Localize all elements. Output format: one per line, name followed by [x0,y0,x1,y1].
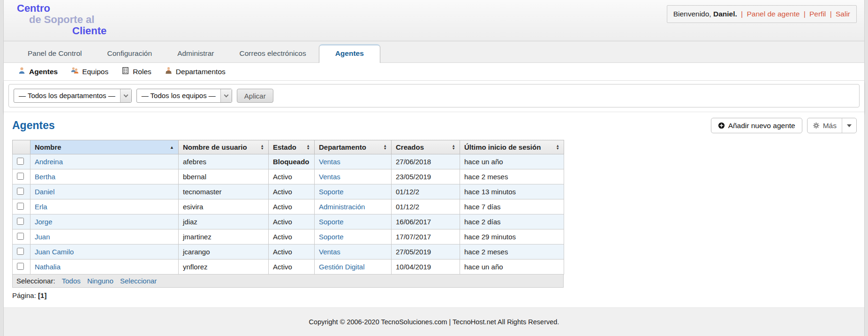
department-link[interactable]: Ventas [319,173,340,181]
agent-status: Activo [273,263,292,271]
sort-asc-icon: ▲ [168,145,174,150]
row-checkbox[interactable] [17,218,24,225]
header-actions: Añadir nuevo agente Más [711,118,857,133]
tab-configuracion[interactable]: Configuración [94,45,165,62]
department-link[interactable]: Soporte [319,233,344,241]
profile-link[interactable]: Perfil [809,10,826,18]
department-cell: Ventas [315,244,392,260]
welcome-greeting: Bienvenido, [673,10,711,18]
department-cell: Soporte [315,229,392,244]
name-cell: Bertha [30,169,179,184]
agent-name-link[interactable]: Bertha [35,173,55,181]
agent-name-link[interactable]: Juan [35,233,50,241]
username-cell: jdiaz [179,214,269,229]
agent-name-link[interactable]: Juan Camilo [35,248,74,256]
department-link[interactable]: Ventas [319,158,340,166]
agent-username: jcarango [183,248,210,256]
last-login-cell: hace un año [460,260,564,275]
tab-correos-electronicos[interactable]: Correos electrónicos [227,45,319,62]
name-cell: Nathalia [30,260,179,275]
more-button-main[interactable]: Más [808,122,842,130]
team-filter-select[interactable]: — Todos los equipos — [136,89,232,103]
row-checkbox-cell [13,199,30,214]
tab-administrar[interactable]: Administrar [165,45,226,62]
last-login: hace 2 meses [464,173,508,181]
more-button[interactable]: Más [807,118,857,133]
page-container: Centro de Soporte al Cliente Bienvenido,… [3,0,865,336]
column-header-usuario[interactable]: Nombre de usuario ▲▼ [179,140,269,154]
sort-icon: ▲▼ [382,145,387,150]
table-row: ErlaesiviraActivoAdministración01/12/2ha… [13,199,564,214]
last-login-cell: hace 13 minutos [460,184,564,199]
select-none-link[interactable]: Ninguno [87,277,113,285]
subnav-item-agentes[interactable]: Agentes [18,67,58,76]
department-link[interactable]: Ventas [319,248,340,256]
apply-button[interactable]: Aplicar [237,89,273,103]
select-all-link[interactable]: Todos [62,277,81,285]
tab-panel-de-control[interactable]: Panel de Control [15,45,94,62]
logo-line-3: Cliente [17,25,864,37]
pagination-label: Página: [12,291,36,299]
agent-name-link[interactable]: Erla [35,203,47,211]
created-cell: 27/06/2018 [392,154,460,169]
agent-username: esivira [183,203,203,211]
logout-link[interactable]: Salir [836,10,850,18]
column-header-departamento[interactable]: Departamento ▲▼ [315,140,392,154]
subnav-item-departamentos[interactable]: Departamentos [165,67,226,76]
tab-agentes[interactable]: Agentes [319,44,380,63]
agent-name-link[interactable]: Nathalia [35,263,60,271]
row-checkbox-cell [13,214,30,229]
last-login: hace 2 meses [464,248,508,256]
row-checkbox[interactable] [17,233,24,240]
department-link[interactable]: Gestión Digital [319,263,365,271]
header-checkbox-cell [13,140,30,154]
row-checkbox[interactable] [17,248,24,255]
column-header-ultimo-inicio[interactable]: Último inicio de sesión ▲▼ [460,140,564,154]
row-checkbox[interactable] [17,203,24,210]
column-header-creados[interactable]: Creados ▲▼ [392,140,460,154]
subnav-item-roles[interactable]: Roles [121,67,151,76]
department-filter-select[interactable]: — Todos los departamentos — [14,89,132,103]
subnav-label: Agentes [29,68,58,76]
row-checkbox-cell [13,244,30,260]
column-label: Nombre de usuario [183,143,247,151]
name-cell: Juan [30,229,179,244]
row-checkbox-cell [13,169,30,184]
row-checkbox[interactable] [17,188,24,195]
row-checkbox[interactable] [17,263,24,270]
department-link[interactable]: Soporte [319,188,344,196]
created-date: 01/12/2 [396,188,419,196]
last-login-cell: hace 2 meses [460,169,564,184]
column-header-estado[interactable]: Estado ▲▼ [269,140,315,154]
select-toggle-link[interactable]: Seleccionar [120,277,157,285]
column-header-nombre[interactable]: Nombre ▲ [30,140,179,154]
sub-nav: Agentes Equipos Roles Departamentos [4,63,864,81]
department-link[interactable]: Administración [319,203,365,211]
add-agent-button[interactable]: Añadir nuevo agente [711,118,802,133]
username-cell: ynflorez [179,260,269,275]
agent-name-link[interactable]: Andreina [35,158,63,166]
subnav-item-equipos[interactable]: Equipos [71,67,108,76]
status-cell: Activo [269,214,315,229]
agent-panel-link[interactable]: Panel de agente [747,10,800,18]
username-cell: afebres [179,154,269,169]
table-row: Juan CamilojcarangoActivoVentas27/05/201… [13,244,564,260]
agents-table-body: AndreinaafebresBloqueadoVentas27/06/2018… [13,154,564,275]
sort-icon: ▲▼ [259,145,264,150]
agent-name-link[interactable]: Daniel [35,188,55,196]
chevron-down-icon [120,89,131,102]
last-login-cell: hace 29 minutos [460,229,564,244]
created-date: 27/05/2019 [396,248,431,256]
status-cell: Activo [269,184,315,199]
name-cell: Jorge [30,214,179,229]
chevron-down-icon [220,89,232,102]
row-checkbox[interactable] [17,173,24,180]
subnav-label: Equipos [82,68,108,76]
row-checkbox[interactable] [17,158,24,165]
last-login-cell: hace un año [460,154,564,169]
filter-strip: — Todos los departamentos — — Todos los … [4,81,864,112]
created-date: 27/06/2018 [396,158,431,166]
agent-name-link[interactable]: Jorge [35,218,53,226]
department-link[interactable]: Soporte [319,218,344,226]
more-dropdown-toggle[interactable] [842,118,856,133]
